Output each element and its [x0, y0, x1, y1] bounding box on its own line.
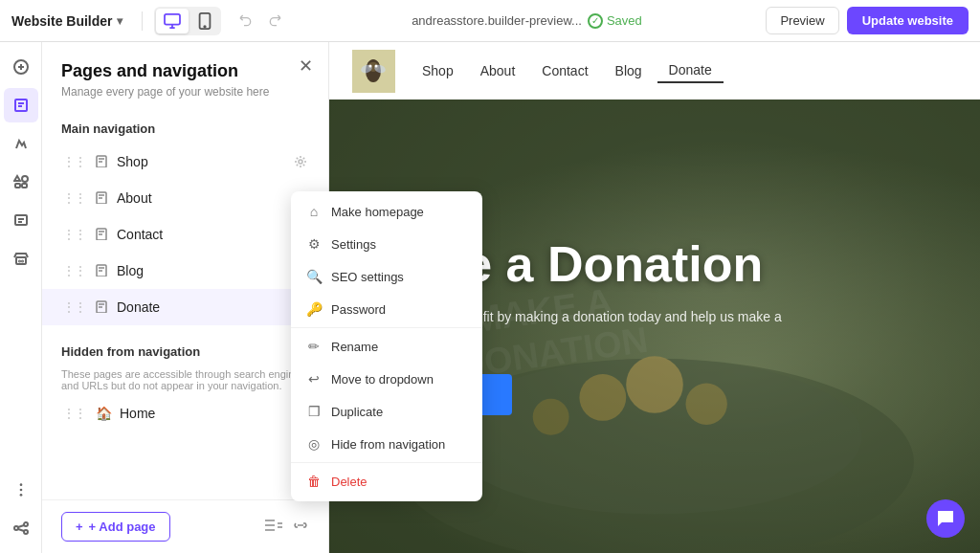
brand-label: Website Builder [11, 13, 113, 29]
drag-handle-icon: ⋮⋮ [61, 300, 88, 314]
pages-panel: Pages and navigation Manage every page o… [42, 42, 329, 553]
add-page-button[interactable]: + + Add page [61, 512, 170, 542]
svg-rect-17 [16, 257, 26, 264]
nav-item-label-shop: Shop [117, 154, 284, 169]
drag-handle-icon: ⋮⋮ [61, 191, 88, 205]
menu-seo-settings[interactable]: 🔍 SEO settings [291, 260, 482, 293]
topbar: Website Builder ▾ andreasstore.builder-p… [0, 0, 980, 42]
preview-nav-donate[interactable]: Donate [657, 58, 724, 83]
nav-item-donate[interactable]: ⋮⋮ Donate [42, 289, 328, 325]
preview-nav-shop[interactable]: Shop [411, 59, 465, 82]
drag-handle-icon: ⋮⋮ [61, 155, 88, 168]
page-icon-home: 🏠 [96, 406, 112, 421]
preview-logo [352, 50, 395, 93]
duplicate-icon: ❒ [306, 404, 322, 419]
link-pages-button[interactable] [292, 518, 309, 537]
brand-chevron-icon: ▾ [117, 14, 122, 28]
menu-password[interactable]: 🔑 Password [291, 293, 482, 325]
menu-make-homepage[interactable]: ⌂ Make homepage [291, 195, 482, 228]
settings-icon: ⚙ [306, 236, 322, 252]
mobile-button[interactable] [190, 9, 219, 33]
preview-navbar: Shop About Contact Blog Donate [329, 42, 980, 100]
svg-point-60 [369, 64, 372, 67]
nav-item-label-contact: Contact [117, 227, 284, 242]
context-menu: ⌂ Make homepage ⚙ Settings 🔍 SEO setting… [291, 191, 482, 501]
footer-icons [265, 518, 309, 537]
settings-button-shop[interactable] [292, 153, 309, 170]
page-icon-blog [96, 263, 109, 279]
logo-image [352, 50, 395, 93]
content-button[interactable] [4, 203, 38, 237]
update-website-button[interactable]: Update website [847, 7, 969, 34]
menu-rename[interactable]: ✏ Rename [291, 330, 482, 363]
pages-button[interactable] [4, 88, 38, 122]
add-section-button[interactable] [4, 50, 38, 84]
brand-name[interactable]: Website Builder ▾ [11, 13, 122, 29]
saved-check-icon: ✓ [588, 13, 603, 29]
panel-footer: + + Add page [42, 499, 328, 553]
svg-rect-12 [15, 184, 20, 188]
password-icon: 🔑 [306, 301, 322, 317]
page-icon-donate [96, 299, 109, 316]
close-button[interactable]: ✕ [299, 57, 313, 75]
preview-button[interactable]: Preview [766, 7, 838, 34]
menu-rename-label: Rename [331, 340, 378, 354]
hide-nav-icon: ◎ [306, 436, 322, 452]
svg-line-28 [18, 529, 24, 531]
more-options-button[interactable] [4, 473, 38, 507]
preview-nav-about[interactable]: About [469, 59, 527, 82]
menu-duplicate[interactable]: ❒ Duplicate [291, 395, 482, 428]
chat-bubble-button[interactable] [926, 499, 965, 538]
main-layout: Pages and navigation Manage every page o… [0, 42, 980, 553]
icon-bar [0, 42, 42, 553]
preview-url: andreasstore.builder-preview... ✓ Saved [296, 13, 759, 29]
preview-nav-links: Shop About Contact Blog Donate [411, 58, 724, 83]
panel-header: Pages and navigation Manage every page o… [42, 42, 328, 110]
reorder-nav-button[interactable] [265, 518, 282, 537]
menu-delete[interactable]: 🗑 Delete [291, 465, 482, 498]
menu-hide-label: Hide from navigation [331, 437, 445, 452]
hidden-nav-section: Hidden from navigation These pages are a… [42, 325, 328, 431]
svg-point-22 [19, 489, 22, 492]
topbar-divider [142, 11, 143, 31]
nav-item-label-blog: Blog [117, 263, 284, 278]
connect-button[interactable] [4, 511, 38, 545]
nav-item-label-donate: Donate [117, 299, 284, 315]
preview-nav-contact[interactable]: Contact [530, 59, 599, 82]
store-button[interactable] [4, 241, 38, 276]
delete-icon: 🗑 [306, 474, 322, 489]
svg-point-61 [375, 64, 378, 67]
make-homepage-icon: ⌂ [306, 204, 322, 219]
menu-settings[interactable]: ⚙ Settings [291, 228, 482, 260]
svg-point-26 [24, 530, 28, 534]
main-nav-label: Main navigation [42, 110, 328, 144]
undo-button[interactable] [233, 8, 259, 34]
menu-divider-2 [291, 462, 482, 463]
nav-item-blog[interactable]: ⋮⋮ Blog [42, 253, 328, 289]
menu-delete-label: Delete [331, 475, 368, 489]
menu-hide-from-nav[interactable]: ◎ Hide from navigation [291, 428, 482, 460]
history-group [233, 8, 288, 34]
hidden-description-area: These pages are accessible through searc… [42, 368, 328, 395]
nav-item-contact[interactable]: ⋮⋮ Contact [42, 216, 328, 253]
apps-button[interactable] [4, 165, 38, 199]
preview-nav-blog[interactable]: Blog [604, 59, 654, 82]
menu-divider-1 [291, 327, 482, 328]
nav-item-shop[interactable]: ⋮⋮ Shop [42, 144, 328, 180]
nav-item-about[interactable]: ⋮⋮ About [42, 180, 328, 216]
nav-item-label-home: Home [120, 406, 284, 421]
redo-button[interactable] [261, 8, 288, 34]
svg-rect-0 [165, 13, 180, 24]
nav-item-home[interactable]: ⋮⋮ 🏠 Home [42, 395, 328, 431]
menu-duplicate-label: Duplicate [331, 405, 383, 419]
hidden-description: These pages are accessible through searc… [61, 368, 309, 391]
device-toggle-group [154, 7, 221, 35]
svg-point-20 [22, 261, 23, 262]
design-button[interactable] [4, 126, 38, 161]
hidden-nav-list: ⋮⋮ 🏠 Home [42, 395, 328, 431]
desktop-button[interactable] [156, 9, 189, 33]
svg-point-19 [19, 261, 20, 262]
menu-move-to-dropdown[interactable]: ↩ Move to dropdown [291, 363, 482, 395]
seo-icon: 🔍 [306, 269, 322, 284]
hidden-nav-label: Hidden from navigation [42, 333, 328, 366]
